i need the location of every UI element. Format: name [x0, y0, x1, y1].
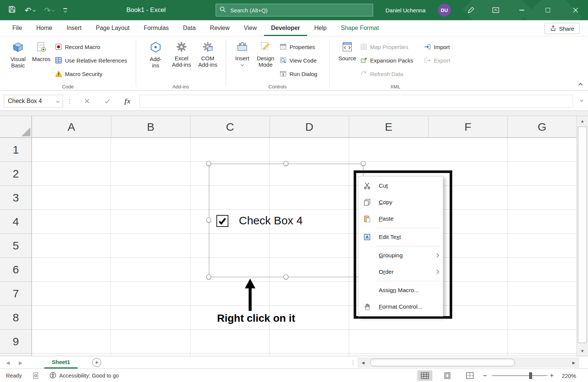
tab-data[interactable]: Data	[176, 20, 203, 36]
insert-control-button[interactable]: Insert	[232, 39, 252, 66]
save-icon[interactable]	[8, 6, 16, 15]
tab-scroll-splitter[interactable]: ⋮	[350, 356, 356, 369]
enter-icon[interactable]	[100, 95, 115, 107]
source-button[interactable]: Source	[337, 39, 358, 61]
record-macro-button[interactable]: Record Macro	[55, 42, 100, 52]
menu-item-copy[interactable]: Copy	[358, 194, 443, 210]
column-header[interactable]: F	[429, 116, 508, 137]
name-box-dropdown-chevron[interactable]	[56, 100, 59, 103]
expand-formula-bar-chevron[interactable]	[580, 98, 583, 101]
horizontal-scrollbar-thumb[interactable]	[370, 359, 515, 366]
customize-quick-access-icon[interactable]	[63, 8, 67, 12]
share-button[interactable]: Share	[544, 23, 580, 34]
view-code-button[interactable]: View Code	[279, 55, 316, 65]
insert-function-icon[interactable]: fx	[120, 95, 135, 107]
scroll-left-arrow[interactable]: ◀	[358, 358, 368, 367]
row-header[interactable]: 2	[0, 162, 32, 186]
search-input[interactable]	[230, 7, 369, 13]
tab-review[interactable]: Review	[203, 20, 237, 36]
row-header[interactable]: 8	[0, 306, 32, 330]
zoom-slider-track[interactable]	[492, 375, 548, 376]
scroll-up-arrow[interactable]: ▲	[577, 116, 588, 126]
menu-item-order[interactable]: Order	[358, 264, 443, 280]
selection-handle-middle-left[interactable]	[206, 218, 211, 222]
column-header[interactable]: E	[349, 116, 429, 137]
zoom-level[interactable]: 220%	[562, 369, 576, 382]
formula-input[interactable]	[140, 95, 573, 107]
row-header[interactable]: 4	[0, 210, 32, 234]
formula-bar-splitter[interactable]: ⋮	[67, 95, 73, 107]
row-header[interactable]: 1	[0, 138, 32, 162]
inking-icon[interactable]	[464, 0, 478, 20]
design-mode-button[interactable]: Design Mode	[254, 39, 277, 68]
menu-item-format-control[interactable]: Format Control...	[358, 298, 443, 315]
column-header[interactable]: G	[508, 116, 576, 137]
undo-button[interactable]: ↶	[25, 6, 35, 14]
tab-file[interactable]: File	[5, 20, 29, 36]
excel-add-ins-button[interactable]: Excel Add-ins	[170, 39, 193, 68]
previous-sheet-arrow[interactable]: ◀	[6, 356, 10, 369]
menu-item-paste[interactable]: Paste	[358, 210, 443, 227]
add-ins-button[interactable]: Add-ins	[147, 39, 164, 69]
row-header[interactable]: 6	[0, 258, 32, 282]
macro-recording-icon[interactable]	[32, 369, 39, 382]
macro-security-button[interactable]: Macro Security	[55, 69, 102, 79]
menu-item-grouping[interactable]: Grouping	[358, 247, 443, 264]
menu-item-assign-macro[interactable]: Assign Macro...	[358, 282, 443, 298]
ribbon-display-options-icon[interactable]	[488, 0, 503, 20]
new-sheet-button[interactable]: +	[92, 358, 101, 367]
selection-handle-top-left[interactable]	[206, 161, 211, 166]
column-header[interactable]: C	[190, 116, 270, 137]
macros-button[interactable]: Macros	[31, 39, 52, 62]
page-layout-view-button[interactable]	[440, 370, 455, 381]
row-header[interactable]: 9	[0, 330, 32, 354]
selection-handle-top-right[interactable]	[361, 161, 366, 166]
maximize-button[interactable]	[539, 0, 556, 20]
zoom-in-button[interactable]: +	[550, 369, 554, 382]
zoom-slider-thumb[interactable]	[529, 372, 532, 379]
column-header[interactable]: B	[111, 116, 191, 137]
menu-item-edit-text[interactable]: A Edit Text	[358, 229, 443, 245]
select-all-corner[interactable]	[0, 116, 32, 138]
tab-home[interactable]: Home	[29, 20, 60, 36]
redo-button[interactable]: ↷	[44, 6, 55, 14]
normal-view-button[interactable]	[417, 370, 432, 381]
horizontal-scrollbar[interactable]: ◀ ▶	[358, 358, 579, 367]
tab-insert[interactable]: Insert	[59, 20, 88, 36]
sheet-tab-sheet1[interactable]: Sheet1	[44, 356, 78, 369]
zoom-out-button[interactable]: −	[483, 369, 487, 382]
column-header[interactable]: A	[32, 116, 111, 137]
tab-developer[interactable]: Developer	[264, 20, 307, 36]
menu-item-cut[interactable]: Cut	[358, 178, 443, 194]
row-header[interactable]: 7	[0, 282, 32, 306]
selection-handle-top-middle[interactable]	[284, 161, 288, 166]
close-button[interactable]	[567, 0, 584, 20]
next-sheet-arrow[interactable]: ▶	[19, 356, 22, 369]
scroll-right-arrow[interactable]: ▶	[569, 358, 579, 367]
horizontal-scrollbar-track[interactable]	[368, 358, 569, 367]
com-add-ins-button[interactable]: COM Add-ins	[196, 39, 219, 68]
collapse-ribbon-icon[interactable]	[578, 83, 582, 87]
minimize-button[interactable]	[513, 0, 530, 20]
column-header[interactable]: D	[270, 116, 350, 137]
tab-help[interactable]: Help	[307, 20, 334, 36]
properties-button[interactable]: Properties	[279, 42, 315, 52]
selection-handle-bottom-left[interactable]	[206, 275, 211, 279]
user-name[interactable]: Daniel Uchenna	[386, 0, 426, 20]
visual-basic-button[interactable]: Visual Basic	[7, 39, 29, 69]
tab-formulas[interactable]: Formulas	[136, 20, 176, 36]
row-header[interactable]: 5	[0, 234, 32, 258]
tab-view[interactable]: View	[237, 20, 264, 36]
name-box[interactable]: Check Box 4	[4, 95, 63, 107]
row-header[interactable]: 3	[0, 186, 32, 210]
vertical-scrollbar[interactable]: ▲ ▼	[576, 116, 588, 356]
tab-shape-format[interactable]: Shape Format	[334, 20, 386, 36]
accessibility-status[interactable]: Accessibility: Good to go	[50, 369, 119, 382]
use-relative-references-button[interactable]: Use Relative References	[55, 55, 127, 65]
page-break-preview-button[interactable]	[462, 370, 477, 381]
vertical-scrollbar-thumb[interactable]	[578, 127, 587, 343]
search-box[interactable]	[216, 4, 373, 16]
cancel-icon[interactable]	[80, 95, 94, 107]
import-button[interactable]: Import	[424, 42, 450, 52]
checkbox-control[interactable]	[216, 215, 228, 227]
